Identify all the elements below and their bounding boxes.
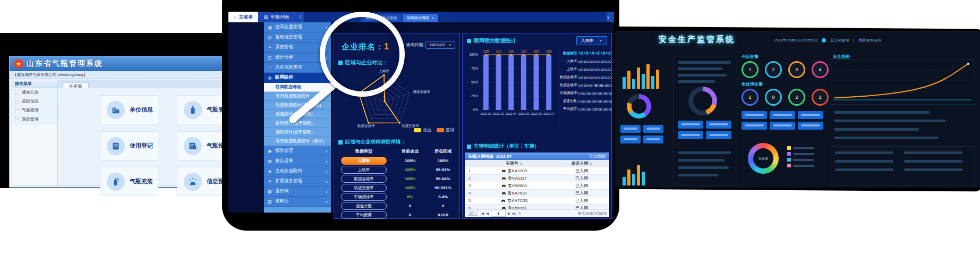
chevron-down-icon: ∨ [326,66,328,70]
sidebar-item-扩展服务管理[interactable]: ✕扩展服务管理∨ [264,176,331,187]
mini-bar-chart [623,61,659,89]
refresh-icon[interactable]: ↻ [518,211,521,216]
sidebar-item-3[interactable]: +系统管理 [12,115,57,124]
sidebar-item-违章处置管理[interactable]: ◪违章处置管理∨ [264,22,331,32]
page-size-select[interactable]: 10 ∨ [467,211,478,216]
sidebar-item-整合运单[interactable]: ▥整合运单∨ [264,156,331,166]
sidebar-item-资料库[interactable]: ▧资料库∨ [264,197,331,207]
legend-swatch [437,128,444,132]
mid-pill-buttons[interactable] [678,121,731,139]
tile-使用登记[interactable]: 使用登记 [100,131,158,160]
vehicle-table-header: 车牌号 ⇅是否入网 ⇅ [465,160,609,167]
sidebar-collapse-icon[interactable]: 《 [297,14,302,21]
page-number-input[interactable] [491,210,506,217]
sidebar-item-历史信息查询[interactable]: ◔历史信息查询∨ [264,63,331,73]
prev-page-button[interactable]: ◀ [486,211,489,216]
sidebar-subitem-每日轨迹数据统计[interactable]: 每日轨迹数据统计 [264,92,331,101]
tab-联网联控考核[interactable]: 联网联控考核✕ [403,14,438,22]
sidebar-item-报警管理[interactable]: ◉报警管理∨ [264,146,331,156]
metric-pill-数据合格率[interactable]: 数据合格率 [341,175,387,183]
metric-pill-平均疲劳[interactable]: 平均疲劳 [341,211,387,219]
sidebar-subitem-每日轨迹数据统计（测试）[interactable]: 每日轨迹数据统计（测试） [264,137,331,146]
sidebar-subitem-疲劳统计(基于运政)[interactable]: 疲劳统计(基于运政) [264,119,331,128]
sort-icon[interactable]: ⇅ [590,162,592,165]
sidebar-subitem-轨迹数据统计(基于运政)[interactable]: 轨迹数据统计(基于运政) [264,101,331,110]
close-icon[interactable]: ✕ [431,16,434,20]
home-menu-tab[interactable]: ⌂ 主菜单 [228,12,258,22]
metric-dropdown[interactable]: 入网率 ▼ [576,36,607,45]
stats-value: 100 [578,84,584,87]
section-bullet-icon [338,61,343,65]
sidebar-subitem-漂移统计(基于运政)[interactable]: 漂移统计(基于运政) [264,128,331,137]
refill-icon [110,176,121,188]
mini-pill-buttons[interactable] [620,125,663,143]
detail-row-数据合格率: 数据合格率100%99.84% [334,175,459,183]
sidebar-item-统计分析[interactable]: ◫统计分析∨ [264,53,331,63]
user-label[interactable]: 总公司管理 [830,38,849,43]
stats-value: 0.00 [589,92,595,95]
safety-ratio-donut: 安全值 [748,143,779,174]
next-page-button[interactable]: ▶ [508,211,510,216]
sidebar-item-通行码[interactable]: ▦通行码∨ [264,187,331,197]
cylinder-icon [184,101,202,119]
divider: | [853,39,854,43]
detail-title-text: 区域与企业联网联控详情： [345,139,406,146]
tile-气瓶充装[interactable]: 气瓶充装 [100,167,158,196]
stats-value: 100 [589,60,595,63]
first-page-button[interactable]: |◀ [480,211,484,216]
sidebar-item-主动安全防御[interactable]: ◈主动安全防御∨ [264,166,331,176]
expand-plus-icon[interactable]: + [15,99,20,104]
metric-pill-车辆漂移率[interactable]: 车辆漂移率 [341,193,387,201]
section-bullet-icon [338,140,343,145]
alarm-pill-buttons[interactable] [742,111,823,130]
tab-数据看板[interactable]: 数据看板 [378,14,402,22]
metric-pill-轨迹完整率[interactable]: 轨迹完整率 [341,184,387,192]
metric-pill-超速次数[interactable]: 超速次数 [341,202,387,210]
metric-pill-入网率[interactable]: 入网率 [341,157,387,165]
plate-col-header[interactable]: 车牌号 ⇅ [474,160,554,166]
radar-chart: 入网率漂移车辆率轨迹完整率数据合格率上线率 [334,66,461,136]
alert-icon [188,176,198,188]
region-value: 0.018 [427,213,459,217]
expand-plus-icon[interactable]: + [15,90,20,95]
stats-value: 100 [606,76,612,79]
car-icon [501,192,506,195]
sidebar-item-基础信息管理[interactable]: ▤基础信息管理∨ [264,32,331,43]
sidebar-item-1[interactable]: +基础信息 [12,97,57,106]
stats-value: 0.00 [578,108,584,111]
vehicle-list-tab[interactable]: ▤ 车辆列表 [258,12,295,22]
expand-plus-icon[interactable]: + [15,117,20,122]
sort-icon[interactable]: ⇅ [520,162,523,165]
status-col-header[interactable]: 是否入网 ⇅ [554,160,609,166]
plate-number: 鲁KA7637 [474,190,554,196]
expand-plus-icon[interactable]: + [15,108,20,113]
metric-pill-上线率[interactable]: 上线率 [341,166,387,174]
export-data-button[interactable]: 导出数据 [589,154,606,159]
svg-text:2022-02: 2022-02 [481,112,492,115]
tab-label: 数据看板 [382,16,397,20]
detail-header: 数据类型当前企业所在区域 [334,148,459,154]
sidebar-item-联网联控[interactable]: ◍联网联控 [264,73,331,83]
stats-row-label: 车辆漂移率 [560,91,578,96]
role-label[interactable]: 系统管理员08 [858,38,881,43]
svg-text:漂移车辆率: 漂移车辆率 [413,90,430,94]
caret-down-icon: ∨ [474,212,476,215]
expand-icon: ✕ [267,179,272,184]
sidebar-subitem-超速统计(基于运政)[interactable]: 超速统计(基于运政) [264,110,331,119]
home-icon: ⌂ [234,14,236,20]
tile-label: 使用登记 [130,142,153,150]
tile-单位信息[interactable]: 单位信息 [100,95,158,124]
sidebar-item-0[interactable]: +通知公告 [12,88,57,97]
query-date-select[interactable]: 2022-07 ▼ [425,41,455,49]
chevron-down-icon[interactable]: ∨ [607,15,610,20]
stats-row-上线率: 上线率100100100100100100 [560,65,611,73]
plate-number: 鲁KA1909 [474,168,554,174]
sidebar-item-2[interactable]: +气瓶管理 [12,106,57,115]
last-page-button[interactable]: ▶| [513,211,516,216]
svg-text:100: 100 [496,49,501,53]
tab-看板[interactable]: 看板 [361,14,377,22]
chevron-down-icon: ∨ [326,26,328,29]
company-label: 【威海晟祥气体有限公司-whshengxiang】 [10,71,237,79]
sidebar-subitem-联网联控考核[interactable]: 联网联控考核 [264,83,331,92]
sidebar-item-系统管理[interactable]: ✦系统管理 [264,43,331,53]
